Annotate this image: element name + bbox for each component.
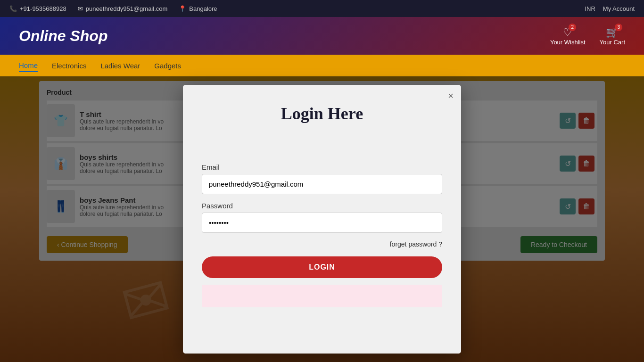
email-label: Email [202, 163, 442, 171]
login-button[interactable]: LOGIN [202, 256, 442, 278]
top-bar: 📞 +91-9535688928 ✉ puneethreddy951@gmail… [0, 0, 644, 17]
my-account-link[interactable]: My Account [603, 5, 635, 12]
site-title[interactable]: Online Shop [19, 27, 107, 45]
login-modal: × Login Here Email Password forget passw… [183, 85, 461, 354]
header: Online Shop ♡ 2 Your Wishlist 🛒 3 Your C… [0, 17, 644, 55]
wishlist-button[interactable]: ♡ 2 Your Wishlist [550, 26, 586, 46]
forgot-password-link[interactable]: forget password ? [202, 240, 442, 248]
modal-top-section: Login Here [183, 85, 461, 152]
location-info: 📍 Bangalore [179, 5, 217, 12]
cart-icon: 🛒 3 [606, 26, 619, 39]
location-text: Bangalore [189, 5, 217, 12]
password-label: Password [202, 202, 442, 210]
heart-icon: ♡ 2 [563, 26, 572, 39]
modal-close-button[interactable]: × [448, 90, 454, 101]
phone-info: 📞 +91-9535688928 [9, 5, 66, 12]
location-icon: 📍 [179, 5, 186, 12]
email-info: ✉ puneethreddy951@gmail.com [78, 5, 168, 12]
cart-button[interactable]: 🛒 3 Your Cart [600, 26, 625, 46]
phone-icon: 📞 [9, 5, 17, 12]
cart-label: Your Cart [600, 39, 625, 46]
main-content: ✉ Product 👕 T shirt Quis aute iure repre… [0, 76, 644, 362]
phone-number: +91-9535688928 [20, 5, 66, 12]
nav-bar: Home Electronics Ladies Wear Gadgets [0, 55, 644, 76]
wishlist-label: Your Wishlist [550, 39, 586, 46]
currency-label[interactable]: INR [585, 5, 595, 12]
cart-badge: 3 [615, 24, 622, 31]
header-right: ♡ 2 Your Wishlist 🛒 3 Your Cart [550, 26, 625, 46]
email-field[interactable] [202, 174, 442, 194]
modal-title: Login Here [202, 104, 442, 123]
nav-item-home[interactable]: Home [19, 59, 38, 72]
wishlist-badge: 2 [569, 24, 576, 31]
email-icon: ✉ [78, 5, 83, 12]
email-address: puneethreddy951@gmail.com [86, 5, 168, 12]
modal-footer [183, 325, 461, 354]
nav-item-electronics[interactable]: Electronics [52, 60, 86, 72]
nav-item-ladies-wear[interactable]: Ladies Wear [100, 60, 140, 72]
password-field[interactable] [202, 213, 442, 233]
nav-item-gadgets[interactable]: Gadgets [154, 60, 181, 72]
error-message-box [202, 285, 442, 307]
modal-body: Email Password forget password ? LOGIN [183, 152, 461, 325]
top-bar-right: INR My Account [585, 5, 635, 12]
